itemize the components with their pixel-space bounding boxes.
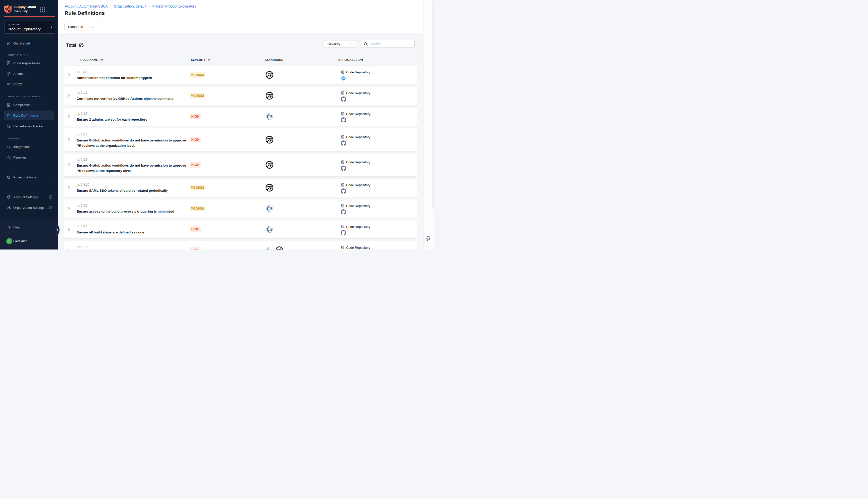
svg-text:?: ? [8, 226, 9, 228]
svg-text:CIS: CIS [267, 228, 273, 231]
svg-text:</>: </> [342, 77, 345, 80]
svg-text:CIS: CIS [267, 207, 273, 210]
svg-text:CIS: CIS [267, 248, 273, 250]
svg-text:CIS: CIS [267, 115, 273, 119]
